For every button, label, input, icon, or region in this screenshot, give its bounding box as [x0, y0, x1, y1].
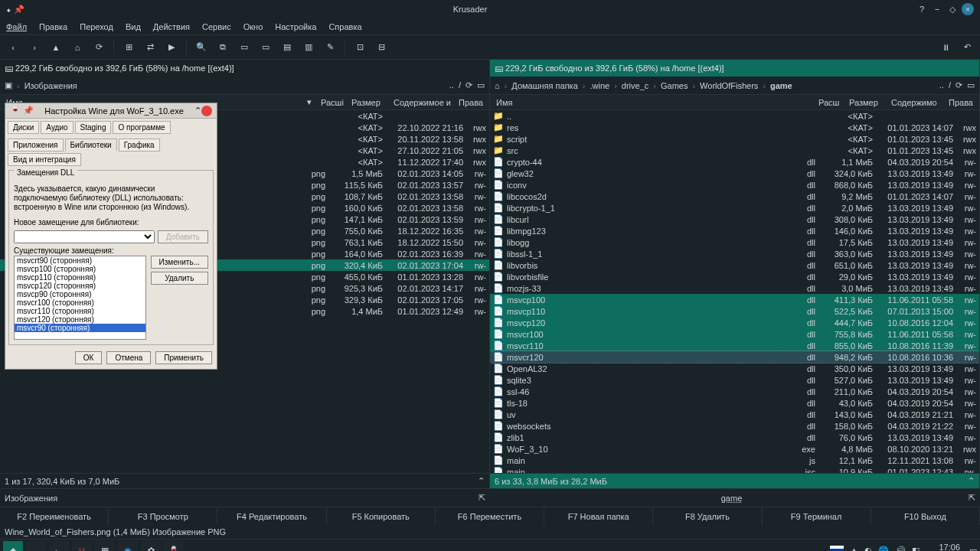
file-row[interactable]: 📁script<КАТ>01.01.2023 13:45rwx — [490, 133, 979, 145]
tab-disks[interactable]: Диски — [8, 121, 39, 134]
task-wine-icon[interactable]: 🍷 — [164, 541, 184, 552]
tool5-icon[interactable]: ✎ — [323, 41, 337, 54]
col-name[interactable]: Имя — [493, 98, 815, 107]
f6-move[interactable]: F6 Переместить — [436, 507, 544, 525]
bc-dots[interactable]: .. — [939, 80, 944, 90]
ok-button[interactable]: ОК — [75, 351, 103, 364]
menu-tools[interactable]: Сервис — [202, 22, 231, 31]
search-icon[interactable]: 🔍 — [194, 41, 208, 54]
override-item[interactable]: msvcp100 (сторонняя) — [15, 265, 145, 273]
crumb-games[interactable]: Games — [661, 81, 688, 90]
bc-dots[interactable]: .. — [449, 80, 454, 90]
minimize-button[interactable]: − — [931, 3, 943, 15]
override-item[interactable]: msvcp90 (сторонняя) — [15, 290, 145, 298]
tray-flag-icon[interactable] — [830, 546, 844, 551]
override-item[interactable]: msvcp110 (сторонняя) — [15, 273, 145, 282]
menu-file[interactable]: Файл — [6, 22, 27, 31]
file-row[interactable]: 📄libcocos2ddll9,2 МиБ01.01.2023 14:07rw- — [490, 191, 979, 202]
refresh-icon[interactable]: ⟳ — [92, 41, 106, 54]
file-row[interactable]: 📄mozjs-33dll3,0 МиБ13.03.2019 13:49rw- — [490, 282, 979, 294]
file-row[interactable]: 📄ssl-46dll211,0 КиБ04.03.2019 20:54rw- — [490, 386, 979, 397]
file-row[interactable]: 📄WoF_3_10exe4,8 МиБ08.10.2020 13:21rwx — [490, 443, 979, 455]
tray-icon[interactable]: 🌐 — [878, 546, 889, 551]
f4-edit[interactable]: F4 Редактировать — [217, 507, 326, 525]
col-ext[interactable]: Расшi — [318, 98, 348, 107]
edit-button[interactable]: Изменить... — [151, 256, 208, 269]
col-content[interactable]: Содержимо — [888, 98, 946, 107]
file-row[interactable]: 📄msvcr110dll855,0 КиБ10.08.2016 11:39rw- — [490, 340, 979, 351]
tool6-icon[interactable]: ⊡ — [353, 41, 367, 54]
f3-view[interactable]: F3 Просмотр — [109, 507, 217, 525]
task-app1-icon[interactable]: ▦ — [95, 541, 115, 552]
menu-settings[interactable]: Настройка — [275, 22, 316, 31]
left-status-arrow-icon[interactable]: ⌃ — [478, 476, 485, 486]
file-row[interactable]: 📄msvcp100dll411,3 КиБ11.06.2011 05:58rw- — [490, 294, 979, 305]
tray-peek-icon[interactable]: ▭ — [969, 546, 977, 551]
tray-clock[interactable]: 17:06 02.01.2023 — [926, 543, 963, 552]
tray-icon[interactable]: ▲ — [850, 546, 858, 551]
override-item[interactable]: msvcr100 (сторонняя) — [15, 298, 145, 307]
task-app3-icon[interactable]: ✿ — [141, 541, 161, 552]
close-button[interactable]: × — [962, 3, 974, 15]
tool1-icon[interactable]: ▭ — [237, 41, 251, 54]
menu-edit[interactable]: Правка — [39, 22, 67, 31]
f8-delete[interactable]: F8 Удалить — [653, 507, 762, 525]
right-diskbar[interactable]: 🖴 229,2 ГиБ свободно из 392,6 ГиБ (58%) … — [490, 60, 979, 77]
cmd-icon[interactable]: ⇱ — [479, 493, 485, 503]
f9-terminal[interactable]: F9 Терминал — [763, 507, 871, 525]
override-item[interactable]: msvcp120 (сторонняя) — [15, 282, 145, 290]
file-row[interactable]: 📄sqlite3dll527,0 КиБ13.03.2019 13:49rw- — [490, 374, 979, 386]
overrides-listbox[interactable]: msvcrt90 (сторонняя)msvcp100 (сторонняя)… — [14, 256, 146, 340]
file-row[interactable]: 📄msvcr120dll948,2 КиБ10.08.2016 10:36rw- — [490, 351, 979, 363]
file-row[interactable]: 📄tls-18dll43,0 КиБ04.03.2019 20:54rw- — [490, 397, 979, 409]
undo-icon[interactable]: ↶ — [960, 41, 974, 54]
file-row[interactable]: 📄glew32dll324,0 КиБ13.03.2019 13:49rw- — [490, 168, 979, 179]
crumb-game[interactable]: game — [770, 81, 792, 90]
tool4-icon[interactable]: ▥ — [302, 41, 315, 54]
col-sort-icon[interactable]: ▾ — [304, 97, 318, 107]
right-status-arrow-icon[interactable]: ⌃ — [968, 476, 975, 486]
crumb-images[interactable]: Изображения — [24, 81, 77, 90]
forward-icon[interactable]: › — [28, 41, 41, 54]
tray-icon[interactable]: ◧ — [912, 546, 920, 551]
dialog-close-button[interactable] — [201, 106, 212, 116]
menu-help[interactable]: Справка — [328, 22, 361, 31]
crumb-wine[interactable]: .wine — [590, 81, 609, 90]
override-item[interactable]: msvcr90 (сторонняя) — [15, 324, 145, 332]
crumb-wof[interactable]: WorldOfFishers — [700, 81, 758, 90]
home-icon[interactable]: ⌂ — [495, 81, 500, 90]
file-row[interactable]: 📄libcrypto-1_1dll2,0 МиБ13.03.2019 13:49… — [490, 202, 979, 214]
file-row[interactable]: 📄libvorbisdll651,0 КиБ13.03.2019 13:49rw… — [490, 259, 979, 271]
file-row[interactable]: 📄uvdll143,0 КиБ04.03.2019 21:21rw- — [490, 409, 979, 420]
bc-refresh-icon[interactable]: ⟳ — [956, 80, 962, 90]
copy-icon[interactable]: ⧉ — [216, 41, 230, 54]
apply-button[interactable]: Применить — [155, 351, 212, 364]
help-button[interactable]: ? — [916, 3, 928, 15]
file-row[interactable]: 📁src<КАТ>01.01.2023 13:45rwx — [490, 145, 979, 156]
file-row[interactable]: 📄libvorbisfiledll29,0 КиБ13.03.2019 13:4… — [490, 271, 979, 282]
file-row[interactable]: 📄websocketsdll158,0 КиБ04.03.2019 21:22r… — [490, 420, 979, 432]
tab-libraries[interactable]: Библиотеки — [65, 139, 117, 152]
dialog-up-icon[interactable]: ⌃ — [194, 106, 201, 116]
tab-apps[interactable]: Приложения — [8, 139, 64, 152]
f2-rename[interactable]: F2 Переименовать — [0, 507, 109, 525]
task-filemanager-icon[interactable]: ▬ — [26, 541, 46, 552]
file-row[interactable]: 📄zlib1dll76,0 КиБ13.03.2019 13:49rw- — [490, 432, 979, 443]
file-row[interactable]: 📄mainjs12,1 КиБ12.11.2021 13:08rw- — [490, 455, 979, 466]
override-item[interactable]: msvcr110 (сторонняя) — [15, 307, 145, 315]
delete-button[interactable]: Удалить — [151, 272, 208, 285]
bc-slash[interactable]: / — [949, 80, 951, 90]
file-row[interactable]: 📄libcurldll308,0 КиБ13.03.2019 13:49rw- — [490, 214, 979, 225]
f5-copy[interactable]: F5 Копировать — [327, 507, 436, 525]
file-row[interactable]: 📄mainjsc10,9 КиБ01.01.2023 12:43rw- — [490, 466, 979, 473]
swap-icon[interactable]: ⇄ — [143, 41, 157, 54]
bc-close-icon[interactable]: ▭ — [967, 80, 975, 90]
file-row[interactable]: 📁..<КАТ> — [490, 110, 979, 122]
file-row[interactable]: 📄msvcp110dll522,5 КиБ07.01.2013 15:00rw- — [490, 305, 979, 317]
col-size[interactable]: Размер — [846, 98, 888, 107]
file-row[interactable]: 📄msvcp120dll444,7 КиБ10.08.2016 12:04rw- — [490, 317, 979, 328]
file-row[interactable]: 📄OpenAL32dll350,0 КиБ13.03.2019 13:49rw- — [490, 363, 979, 374]
dialog-titlebar[interactable]: 🍷 📌 Настройка Wine для WoF_3_10.exe ⌃ — [5, 103, 217, 119]
task-app2-icon[interactable]: ◉ — [118, 541, 138, 552]
home-icon[interactable]: ⌂ — [70, 41, 84, 54]
